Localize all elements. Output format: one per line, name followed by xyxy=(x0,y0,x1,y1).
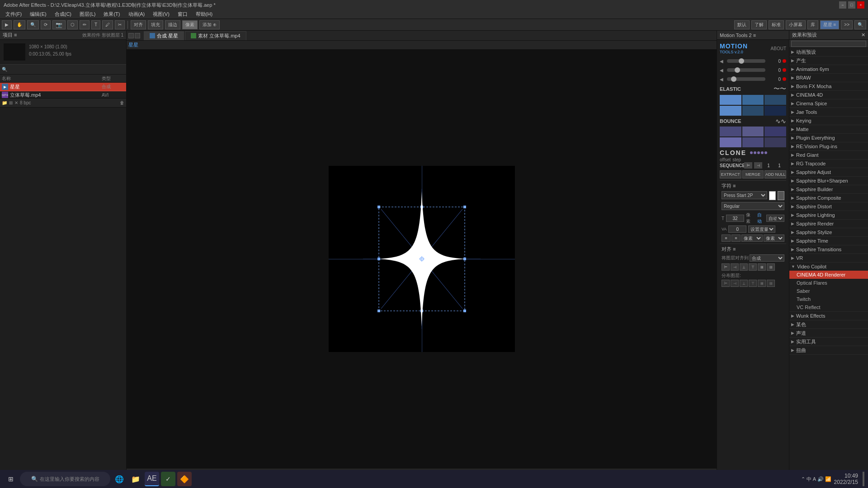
effect-group-header-cinemaspice[interactable]: ▶ Cinema Spice xyxy=(789,99,868,108)
effect-group-header-cinema4d[interactable]: ▶ CINEMA 4D xyxy=(789,91,868,99)
menu-window[interactable]: 窗口 xyxy=(174,10,191,19)
auto-select[interactable]: 自动 xyxy=(766,215,784,222)
tab-footage[interactable]: 素材 立体草莓.mp4 xyxy=(185,31,246,40)
effect-group-header-redgiant[interactable]: ▶ Red Giant xyxy=(789,151,868,159)
pixel-unit2-select[interactable]: 像素 xyxy=(764,235,785,242)
pixel-unit-select[interactable]: 像素 xyxy=(741,235,763,242)
taskbar-folder-btn[interactable]: 📁 xyxy=(128,472,143,486)
menu-anim[interactable]: 动画(A) xyxy=(125,10,149,19)
distrib-left-btn[interactable]: ⊢ xyxy=(722,280,730,287)
more-btn[interactable]: >> xyxy=(841,20,853,29)
align-to-select[interactable]: 合成 xyxy=(750,254,784,262)
effect-group-header-sapphire-stylize[interactable]: ▶ Sapphire Stylize xyxy=(789,228,868,236)
effect-group-header-moution[interactable]: ▶ 某色 xyxy=(789,320,868,328)
taskbar-search-bar[interactable]: 🔍 在这里输入你要搜索的内容 xyxy=(20,472,110,486)
font-style-select[interactable]: Regular xyxy=(722,202,784,210)
mt-dot-1[interactable] xyxy=(783,59,786,63)
seq-icon-1[interactable]: ⊢ xyxy=(744,162,752,169)
mt-about-btn[interactable]: ABOUT xyxy=(771,46,786,51)
add-null-btn[interactable]: ADD NULL xyxy=(764,170,786,178)
menu-view[interactable]: 视图(V) xyxy=(149,10,173,19)
effect-item-twitch[interactable]: Twitch xyxy=(789,295,868,303)
grid-cell-2[interactable] xyxy=(764,95,786,105)
effect-group-header-sapphire-adjust[interactable]: ▶ Sapphire Adjust xyxy=(789,168,868,176)
effect-group-header-sapphire-time[interactable]: ▶ Sapphire Time xyxy=(789,237,868,245)
effect-item-vcreflect[interactable]: VC Reflect xyxy=(789,303,868,311)
mt-arrow-left-2[interactable]: ◀ xyxy=(720,68,725,73)
bounce-cell-2[interactable] xyxy=(764,127,786,136)
mt-arrow-left-3[interactable]: ◀ xyxy=(720,77,725,82)
fill-btn[interactable]: 填充 xyxy=(148,20,163,29)
mt-dot-3[interactable] xyxy=(783,77,786,81)
tool-shape[interactable]: ⬡ xyxy=(67,20,78,29)
menu-file[interactable]: 文件(F) xyxy=(2,10,25,19)
effect-group-header-boris[interactable]: ▶ Boris FX Mocha xyxy=(789,82,868,90)
bounce-cell-3[interactable] xyxy=(720,137,741,147)
menu-edit[interactable]: 编辑(E) xyxy=(26,10,50,19)
effect-group-header-sapphire-distort[interactable]: ▶ Sapphire Distort xyxy=(789,202,868,211)
font-size-input[interactable] xyxy=(726,215,744,222)
mt-arrow-left-1[interactable]: ◀ xyxy=(720,59,725,64)
taskbar-ae-btn[interactable]: AE xyxy=(145,472,159,486)
align-center-btn[interactable]: ≡ xyxy=(731,235,741,242)
library-btn[interactable]: 库 xyxy=(807,20,818,29)
menu-effect[interactable]: 效果(T) xyxy=(100,10,123,19)
effect-group-header-videocopilot[interactable]: ▼ Video Copilot xyxy=(789,263,868,271)
menu-layer[interactable]: 图层(L) xyxy=(76,10,99,19)
mt-dot-2[interactable] xyxy=(783,68,786,72)
tab-prev-btn[interactable] xyxy=(135,33,140,38)
maximize-button[interactable]: □ xyxy=(848,1,855,9)
tool-hand[interactable]: ✋ xyxy=(14,20,25,29)
small-screen-btn[interactable]: 小屏幕 xyxy=(786,20,806,29)
taskbar-start-btn[interactable]: ⊞ xyxy=(4,472,18,486)
mt-slider-2[interactable] xyxy=(727,68,765,72)
align-horiz-center-btn[interactable]: ⊣ xyxy=(731,263,739,271)
tab-comp-stars[interactable]: 合成 星星 xyxy=(144,31,184,40)
align-top-edge-btn[interactable]: ⊤ xyxy=(749,263,757,271)
effect-group-header-audio[interactable]: ▶ 声道 xyxy=(789,329,868,337)
effect-group-header-rgtrapcode[interactable]: ▶ RG Trapcode xyxy=(789,160,868,168)
mt-slider-3[interactable] xyxy=(727,77,765,81)
grid-cell-4[interactable] xyxy=(742,106,764,116)
bounce-cell-5[interactable] xyxy=(764,137,786,147)
effect-item-optical[interactable]: Optical Flares xyxy=(789,279,868,287)
merge-btn[interactable]: MERGE xyxy=(742,170,764,178)
taskbar-edge-btn[interactable]: 🌐 xyxy=(112,472,127,486)
add-btn[interactable]: 添加 ⊕ xyxy=(199,20,220,29)
bounce-cell-1[interactable] xyxy=(742,127,764,136)
menu-help[interactable]: 帮助(H) xyxy=(192,10,216,19)
effect-group-header-presets[interactable]: ▶ 动画预设 xyxy=(789,48,868,56)
align-left-edge-btn[interactable]: ⊢ xyxy=(722,263,730,271)
distrib-top-btn[interactable]: ⊤ xyxy=(749,280,757,287)
memo-btn[interactable]: 默认 xyxy=(734,20,750,29)
pixel-btn[interactable]: 像素 xyxy=(182,20,198,29)
effects-search-input[interactable] xyxy=(791,41,866,47)
extract-btn[interactable]: EXTRACT xyxy=(720,170,741,178)
taskbar-red-btn[interactable]: 🔶 xyxy=(177,472,192,486)
tracking-unit-select[interactable]: 设置度量... xyxy=(748,225,775,233)
tool-pen[interactable]: ✏ xyxy=(80,20,90,29)
menu-comp[interactable]: 合成(C) xyxy=(51,10,75,19)
tool-select[interactable]: ▶ xyxy=(2,20,12,29)
stroke-btn[interactable]: 描边 xyxy=(165,20,180,29)
effect-group-header-vr[interactable]: ▶ VR xyxy=(789,254,868,262)
distrib-vert-btn[interactable]: ⊞ xyxy=(758,280,766,287)
bounce-cell-0[interactable] xyxy=(720,127,741,136)
mt-slider-1[interactable] xyxy=(727,59,765,63)
effect-group-header-sapphire-builder[interactable]: ▶ Sapphire Builder xyxy=(789,185,868,193)
effect-group-header-sapphire-lighting[interactable]: ▶ Sapphire Lighting xyxy=(789,211,868,219)
trash-icon[interactable]: 🗑 xyxy=(120,100,124,105)
effect-group-header-sapphire-blur[interactable]: ▶ Sapphire Blur+Sharpen xyxy=(789,177,868,185)
effect-group-header-jaetools[interactable]: ▶ Jae Tools xyxy=(789,108,868,116)
understand-btn[interactable]: 了解 xyxy=(751,20,767,29)
effects-collapse-icon[interactable]: ✕ xyxy=(861,32,865,38)
effect-group-header-generate[interactable]: ▶ 产生 xyxy=(789,56,868,65)
show-desktop-btn[interactable] xyxy=(863,472,864,486)
proj-item-0[interactable]: ▶ 星星 合成 xyxy=(0,83,126,91)
align-right-edge-btn[interactable]: ⊥ xyxy=(740,263,748,271)
effect-group-header-utility[interactable]: ▶ 实用工具 xyxy=(789,338,868,346)
align-left-btn[interactable]: ≡ xyxy=(722,235,731,242)
bounce-cell-4[interactable] xyxy=(742,137,764,147)
tool-puppet[interactable]: ✂ xyxy=(115,20,125,29)
align-bottom-edge-btn[interactable]: ⊟ xyxy=(767,263,775,271)
